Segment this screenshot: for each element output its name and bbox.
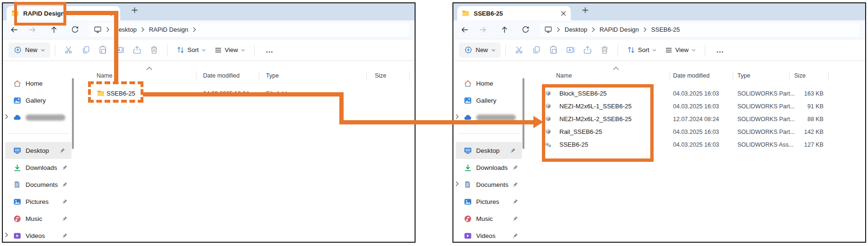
column-header-date-modified[interactable]: Date modified [673,72,709,79]
videos-icon [464,232,472,240]
sidebar-scrollbar[interactable] [523,78,524,149]
column-header-row: Name Date modified Type Size [76,70,414,83]
sidebar-item-cloud-account[interactable] [3,109,74,126]
sidebar-item-label: Music [476,215,493,222]
sidebar-item-music[interactable]: Music [3,210,74,227]
copy-icon[interactable] [528,43,545,58]
new-tab-icon[interactable] [132,7,138,13]
gallery-icon [13,97,21,105]
chevron-right-icon[interactable] [5,114,9,119]
sidebar-scrollbar[interactable] [72,78,74,149]
chevron-down-icon [491,49,496,52]
pin-icon [510,148,516,154]
delete-icon[interactable] [145,43,162,58]
pin-icon [512,165,518,171]
command-bar: New Sort View ... [453,39,865,61]
divider [167,44,168,56]
sidebar-item-music[interactable]: Music [453,210,524,227]
close-tab-icon[interactable] [561,11,566,16]
tab-bar: SSEB6-25 [453,3,865,20]
column-header-type[interactable]: Type [266,72,279,79]
sidebar-item-gallery[interactable]: Gallery [453,92,524,109]
chevron-down-icon [241,49,245,52]
sort-button[interactable]: Sort [623,43,661,58]
breadcrumb-segment[interactable]: Desktop [565,26,587,33]
see-more-button[interactable]: ... [259,46,280,54]
chevron-right-icon[interactable] [455,114,459,119]
address-bar[interactable]: DesktopRAPiD DesignSSEB6-25 [540,23,859,36]
refresh-icon[interactable] [520,24,531,35]
breadcrumb-chevron-icon[interactable] [193,27,196,32]
new-button[interactable]: New [9,43,50,58]
forward-icon[interactable] [477,24,488,35]
breadcrumb: DesktopRAPiD DesignSSEB6-25 [552,26,680,33]
home-icon [13,79,21,88]
sidebar: HomeGalleryDesktopDownloadsDocumentsPict… [453,61,524,242]
copy-icon[interactable] [77,43,94,58]
sidebar-item-gallery[interactable]: Gallery [3,92,74,109]
sidebar-item-pictures[interactable]: Pictures [3,193,74,210]
column-header-size[interactable]: Size [794,72,806,79]
cut-icon[interactable] [60,43,77,58]
see-more-button[interactable]: ... [710,46,731,54]
refresh-icon[interactable] [69,24,80,35]
column-header-name[interactable]: Name [97,72,112,79]
divider [55,44,55,56]
forward-icon[interactable] [27,24,38,35]
breadcrumb-segment[interactable]: RAPiD Design [600,26,639,33]
address-bar[interactable]: DesktopRAPiD Design [89,23,409,36]
cut-icon[interactable] [511,43,528,58]
divider [254,44,255,56]
sidebar-item-pictures[interactable]: Pictures [453,193,524,210]
column-header-date-modified[interactable]: Date modified [203,72,239,79]
sidebar-item-videos[interactable]: Videos [453,227,524,244]
divider [505,44,506,56]
view-icon [214,46,222,54]
sidebar-item-documents[interactable]: Documents [453,176,524,193]
annotation-arrow-horizontal-1 [143,92,344,97]
sidebar-item-home[interactable]: Home [453,75,524,92]
view-button[interactable]: View [661,43,700,58]
sidebar-item-downloads[interactable]: Downloads [453,159,524,176]
chevron-right-icon[interactable] [455,181,459,186]
column-header-name[interactable]: Name [556,72,572,79]
breadcrumb-segment[interactable]: SSEB6-25 [651,26,680,33]
blurred-account-name [476,114,516,121]
column-header-size[interactable]: Size [375,72,386,79]
back-icon[interactable] [459,24,470,35]
pictures-icon [464,198,472,206]
chevron-right-icon[interactable] [5,232,9,237]
new-tab-icon[interactable] [582,7,588,13]
tab-sseb6-25[interactable]: SSEB6-25 [457,6,571,20]
sidebar-item-downloads[interactable]: Downloads [3,159,74,176]
annotation-arrow-horizontal-2 [339,120,534,124]
annotation-connector-vertical-1 [114,11,118,83]
documents-icon [13,181,21,189]
sidebar-item-desktop[interactable]: Desktop [456,142,522,159]
back-icon[interactable] [9,24,20,35]
share-icon[interactable] [579,43,596,58]
up-icon[interactable] [48,24,60,35]
sidebar-item-desktop[interactable]: Desktop [5,142,71,159]
tab-title: SSEB6-25 [474,10,503,17]
home-icon [464,79,472,88]
sidebar-item-videos[interactable]: Videos [3,227,74,244]
delete-icon[interactable] [596,43,613,58]
sidebar-divider [3,126,74,142]
sidebar-item-documents[interactable]: Documents [3,176,74,193]
view-button[interactable]: View [210,43,249,58]
pin-icon [59,148,65,154]
sidebar-item-home[interactable]: Home [3,75,74,92]
rename-icon[interactable] [562,43,579,58]
sort-button[interactable]: Sort [172,43,210,58]
share-icon[interactable] [128,43,145,58]
breadcrumb-segment[interactable]: RAPiD Design [149,26,188,33]
paste-icon[interactable] [94,43,111,58]
column-header-type[interactable]: Type [737,72,750,79]
up-icon[interactable] [499,24,510,35]
paste-icon[interactable] [545,43,562,58]
sidebar-item-label: Gallery [26,97,46,104]
pin-icon [512,199,518,205]
new-button[interactable]: New [459,43,501,58]
view-icon [665,46,673,54]
